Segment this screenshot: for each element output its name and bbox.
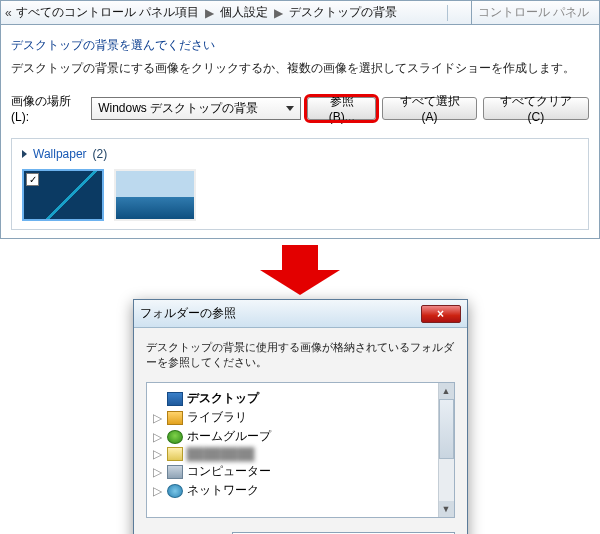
scroll-down[interactable]: ▼ bbox=[439, 501, 454, 517]
desktop-icon bbox=[167, 392, 183, 406]
tree-item-libraries[interactable]: ▷ライブラリ bbox=[147, 408, 454, 427]
tutorial-arrow-icon bbox=[260, 245, 340, 295]
breadcrumb-bar[interactable]: « すべてのコントロール パネル項目 ▶ 個人設定 ▶ デスクトップの背景 コン… bbox=[1, 1, 599, 25]
scroll-thumb[interactable] bbox=[439, 399, 454, 459]
folder-tree[interactable]: デスクトップ ▷ライブラリ ▷ホームグループ ▷████████ ▷コンピュータ… bbox=[146, 382, 455, 518]
tree-item-computer[interactable]: ▷コンピューター bbox=[147, 462, 454, 481]
thumb-checkbox[interactable]: ✓ bbox=[26, 173, 39, 186]
scroll-up[interactable]: ▲ bbox=[439, 383, 454, 399]
crumb-sep: ▶ bbox=[203, 6, 216, 20]
tree-item-user[interactable]: ▷████████ bbox=[147, 446, 454, 462]
thumb-image bbox=[116, 171, 194, 219]
dialog-title: フォルダーの参照 bbox=[140, 305, 236, 322]
browse-button[interactable]: 参照(B)... bbox=[307, 97, 377, 120]
page-desc: デスクトップの背景にする画像をクリックするか、複数の画像を選択してスライドショー… bbox=[11, 60, 589, 77]
location-value: Windows デスクトップの背景 bbox=[98, 100, 258, 117]
dialog-message: デスクトップの背景に使用する画像が格納されているフォルダーを参照してください。 bbox=[146, 340, 455, 370]
homegroup-icon bbox=[167, 430, 183, 444]
tree-item-network[interactable]: ▷ネットワーク bbox=[147, 481, 454, 500]
back-chevron[interactable]: « bbox=[5, 6, 12, 20]
page-title: デスクトップの背景を選んでください bbox=[11, 37, 589, 54]
wallpaper-thumb-2[interactable] bbox=[114, 169, 196, 221]
crumb-1[interactable]: 個人設定 bbox=[220, 4, 268, 21]
group-header[interactable]: Wallpaper (2) bbox=[22, 147, 578, 161]
location-select[interactable]: Windows デスクトップの背景 bbox=[91, 97, 301, 120]
scrollbar[interactable]: ▲ ▼ bbox=[438, 383, 454, 517]
close-button[interactable]: × bbox=[421, 305, 461, 323]
location-label: 画像の場所(L): bbox=[11, 93, 85, 124]
library-icon bbox=[167, 411, 183, 425]
wallpaper-thumb-1[interactable]: ✓ bbox=[22, 169, 104, 221]
user-folder-icon bbox=[167, 447, 183, 461]
wallpaper-gallery: Wallpaper (2) ✓ bbox=[11, 138, 589, 230]
group-count: (2) bbox=[93, 147, 108, 161]
tree-item-desktop[interactable]: デスクトップ bbox=[147, 389, 454, 408]
expand-icon bbox=[22, 150, 27, 158]
dropdown-icon bbox=[286, 106, 294, 111]
refresh-icon[interactable] bbox=[447, 5, 467, 21]
select-all-button[interactable]: すべて選択(A) bbox=[382, 97, 476, 120]
clear-all-button[interactable]: すべてクリア(C) bbox=[483, 97, 589, 120]
browse-folder-dialog: フォルダーの参照 × デスクトップの背景に使用する画像が格納されているフォルダー… bbox=[133, 299, 468, 534]
crumb-2[interactable]: デスクトップの背景 bbox=[289, 4, 397, 21]
tree-item-homegroup[interactable]: ▷ホームグループ bbox=[147, 427, 454, 446]
group-name[interactable]: Wallpaper bbox=[33, 147, 87, 161]
computer-icon bbox=[167, 465, 183, 479]
network-icon bbox=[167, 484, 183, 498]
search-box[interactable]: コントロール パネル bbox=[471, 1, 595, 24]
crumb-0[interactable]: すべてのコントロール パネル項目 bbox=[16, 4, 199, 21]
crumb-sep: ▶ bbox=[272, 6, 285, 20]
